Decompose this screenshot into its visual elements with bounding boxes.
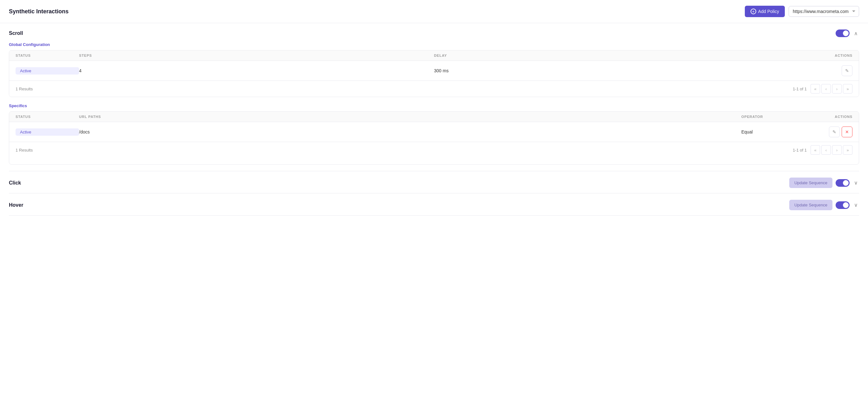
spec-first-page-button[interactable]: « <box>810 145 820 155</box>
click-section-title: Click <box>9 180 21 186</box>
spec-next-page-button[interactable]: › <box>832 145 842 155</box>
first-page-button[interactable]: « <box>810 84 820 94</box>
click-toggle-slider <box>836 179 849 187</box>
spec-col-url-paths: URL PATHS <box>79 115 741 118</box>
spec-col-operator: OPERATOR <box>741 115 805 118</box>
delay-value: 300 ms <box>434 68 789 73</box>
col-actions: ACTIONS <box>789 54 852 58</box>
pencil-icon: ✎ <box>832 129 836 134</box>
spec-pagination-info: 1-1 of 1 <box>793 148 807 152</box>
next-page-button[interactable]: › <box>832 84 842 94</box>
spec-last-page-button[interactable]: » <box>843 145 852 155</box>
hover-section-controls: Update Sequence ∨ <box>789 200 859 210</box>
click-section: Click Update Sequence ∨ <box>9 171 859 194</box>
pencil-icon: ✎ <box>845 68 849 73</box>
click-update-sequence-button[interactable]: Update Sequence <box>789 178 832 188</box>
scroll-section: Scroll ∧ Global Configuration STATUS STE… <box>9 23 859 171</box>
scroll-chevron-button[interactable]: ∧ <box>853 30 859 37</box>
hover-section-title: Hover <box>9 202 23 208</box>
header-actions: + Add Policy https://www.macrometa.com <box>745 6 859 17</box>
global-config-table: STATUS STEPS DELAY ACTIONS Active 4 300 … <box>9 50 859 97</box>
pagination: 1-1 of 1 « ‹ › » <box>793 84 852 94</box>
main-content: Scroll ∧ Global Configuration STATUS STE… <box>0 23 868 216</box>
row-actions: ✎ <box>789 65 852 76</box>
page-title: Synthetic Interactions <box>9 8 69 15</box>
col-delay: DELAY <box>434 54 789 58</box>
specifics-table: STATUS URL PATHS OPERATOR ACTIONS Active… <box>9 111 859 165</box>
pagination-info: 1-1 of 1 <box>793 86 807 91</box>
spec-row-actions: ✎ ✕ <box>805 127 852 137</box>
click-toggle[interactable] <box>836 179 849 187</box>
plus-icon: + <box>750 8 756 14</box>
page-header: Synthetic Interactions + Add Policy http… <box>0 0 868 23</box>
hover-section: Hover Update Sequence ∨ <box>9 194 859 216</box>
global-config-table-header: STATUS STEPS DELAY ACTIONS <box>9 50 859 61</box>
prev-page-button[interactable]: ‹ <box>821 84 831 94</box>
hover-chevron-button[interactable]: ∨ <box>853 201 859 209</box>
last-page-button[interactable]: » <box>843 84 852 94</box>
spec-col-status: STATUS <box>16 115 79 118</box>
add-policy-button[interactable]: + Add Policy <box>745 6 785 17</box>
status-badge: Active <box>16 67 79 74</box>
operator-value: Equal <box>741 129 805 134</box>
spec-pagination: 1-1 of 1 « ‹ › » <box>793 145 852 155</box>
url-select[interactable]: https://www.macrometa.com <box>788 6 859 17</box>
click-chevron-button[interactable]: ∨ <box>853 179 859 186</box>
table-row: Active 4 300 ms ✎ <box>9 61 859 81</box>
spec-status-badge: Active <box>16 129 79 136</box>
click-section-header: Click Update Sequence ∨ <box>9 171 859 193</box>
scroll-toggle-slider <box>836 30 849 37</box>
scroll-section-controls: ∧ <box>836 30 859 37</box>
hover-toggle[interactable] <box>836 201 849 209</box>
specifics-table-header: STATUS URL PATHS OPERATOR ACTIONS <box>9 112 859 122</box>
scroll-section-title: Scroll <box>9 30 23 36</box>
steps-value: 4 <box>79 68 434 73</box>
delete-icon: ✕ <box>845 129 849 134</box>
specifics-label: Specifics <box>9 103 859 108</box>
col-steps: STEPS <box>79 54 434 58</box>
spec-col-actions: ACTIONS <box>805 115 852 118</box>
spec-results-count: 1 Results <box>16 148 33 152</box>
spec-prev-page-button[interactable]: ‹ <box>821 145 831 155</box>
global-config-label: Global Configuration <box>9 42 859 47</box>
hover-section-header: Hover Update Sequence ∨ <box>9 194 859 215</box>
col-status: STATUS <box>16 54 79 58</box>
spec-edit-button[interactable]: ✎ <box>829 127 840 137</box>
global-config-table-footer: 1 Results 1-1 of 1 « ‹ › » <box>9 81 859 97</box>
url-path-value: /docs <box>79 129 741 134</box>
scroll-toggle[interactable] <box>836 30 849 37</box>
edit-button[interactable]: ✎ <box>842 65 852 76</box>
hover-toggle-slider <box>836 201 849 209</box>
scroll-section-header: Scroll ∧ <box>9 23 859 42</box>
click-section-controls: Update Sequence ∨ <box>789 178 859 188</box>
hover-update-sequence-button[interactable]: Update Sequence <box>789 200 832 210</box>
table-row: Active /docs Equal ✎ ✕ <box>9 122 859 142</box>
specifics-table-footer: 1 Results 1-1 of 1 « ‹ › » <box>9 142 859 158</box>
spec-delete-button[interactable]: ✕ <box>842 127 852 137</box>
results-count: 1 Results <box>16 86 33 91</box>
